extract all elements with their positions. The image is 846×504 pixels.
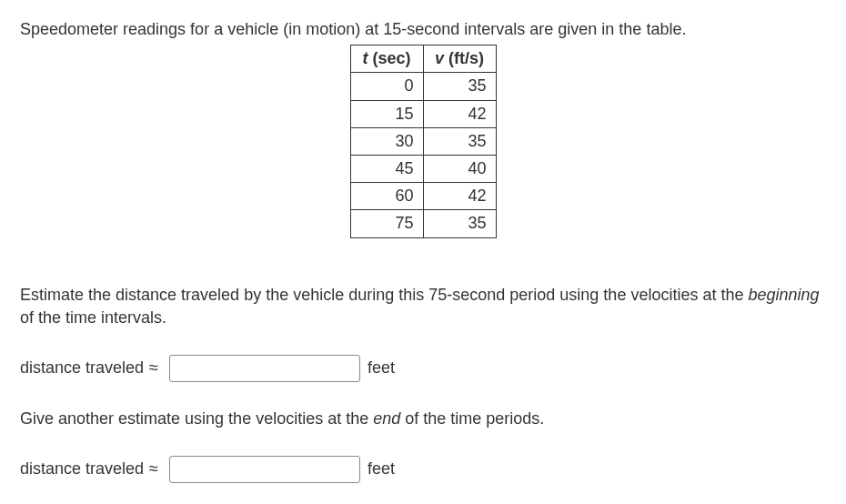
- table-row: 0 35: [350, 73, 496, 100]
- table-row: 60 42: [350, 183, 496, 210]
- cell-t: 30: [350, 127, 423, 155]
- cell-v: 35: [423, 210, 496, 237]
- cell-t: 0: [350, 73, 423, 100]
- answer-label: distance traveled: [20, 357, 144, 379]
- cell-v: 42: [423, 183, 496, 210]
- unit-label: feet: [368, 458, 395, 480]
- cell-v: 35: [423, 127, 496, 155]
- cell-v: 42: [423, 100, 496, 127]
- cell-t: 45: [350, 155, 423, 182]
- cell-t: 15: [350, 100, 423, 127]
- table-header-t: t (sec): [350, 45, 423, 73]
- data-table: t (sec) v (ft/s) 0 35 15 42 30 35 45 40 …: [350, 45, 497, 237]
- unit-label: feet: [368, 357, 395, 379]
- approx-symbol: ≈: [149, 458, 164, 480]
- table-row: 15 42: [350, 100, 496, 127]
- answer-row-1: distance traveled ≈ feet: [20, 355, 826, 382]
- table-header-v: v (ft/s): [423, 45, 496, 73]
- question-2: Give another estimate using the velociti…: [20, 408, 826, 430]
- distance-input-2[interactable]: [169, 456, 360, 483]
- intro-text: Speedometer readings for a vehicle (in m…: [20, 18, 826, 41]
- question-1: Estimate the distance traveled by the ve…: [20, 284, 826, 329]
- table-row: 45 40: [350, 155, 496, 182]
- table-row: 30 35: [350, 127, 496, 155]
- approx-symbol: ≈: [149, 357, 164, 379]
- table-row: 75 35: [350, 210, 496, 237]
- cell-t: 75: [350, 210, 423, 237]
- cell-v: 35: [423, 73, 496, 100]
- answer-label: distance traveled: [20, 458, 144, 480]
- distance-input-1[interactable]: [169, 355, 360, 382]
- cell-v: 40: [423, 155, 496, 182]
- cell-t: 60: [350, 183, 423, 210]
- answer-row-2: distance traveled ≈ feet: [20, 456, 826, 483]
